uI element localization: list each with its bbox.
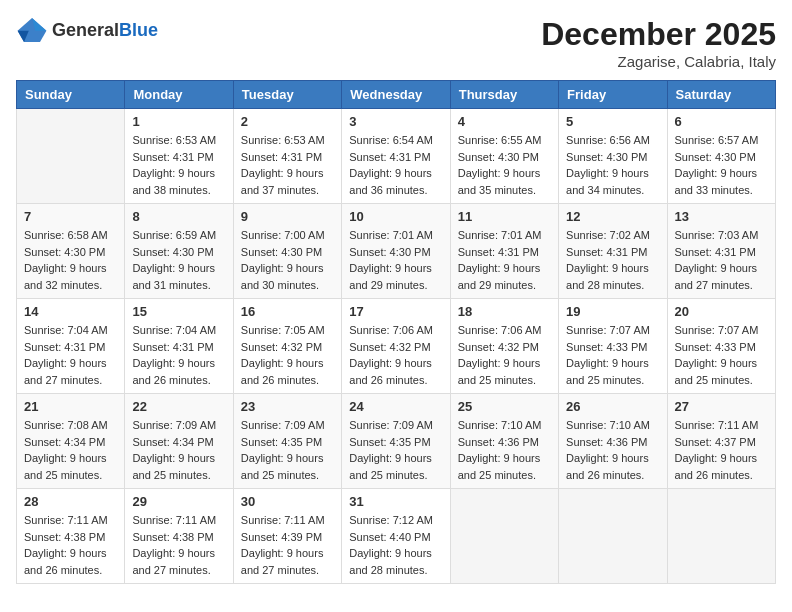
sunrise: Sunrise: 7:12 AM: [349, 512, 442, 529]
sunset: Sunset: 4:32 PM: [458, 339, 551, 356]
calendar-week-1: 7 Sunrise: 6:58 AM Sunset: 4:30 PM Dayli…: [17, 204, 776, 299]
day-info: Sunrise: 7:09 AM Sunset: 4:35 PM Dayligh…: [349, 417, 442, 483]
daylight: Daylight: 9 hours and 25 minutes.: [349, 450, 442, 483]
day-number: 18: [458, 304, 551, 319]
day-info: Sunrise: 7:03 AM Sunset: 4:31 PM Dayligh…: [675, 227, 768, 293]
col-monday: Monday: [125, 81, 233, 109]
calendar-cell: 6 Sunrise: 6:57 AM Sunset: 4:30 PM Dayli…: [667, 109, 775, 204]
sunset: Sunset: 4:30 PM: [349, 244, 442, 261]
sunset: Sunset: 4:38 PM: [132, 529, 225, 546]
day-info: Sunrise: 6:58 AM Sunset: 4:30 PM Dayligh…: [24, 227, 117, 293]
col-sunday: Sunday: [17, 81, 125, 109]
day-info: Sunrise: 6:59 AM Sunset: 4:30 PM Dayligh…: [132, 227, 225, 293]
day-info: Sunrise: 7:09 AM Sunset: 4:35 PM Dayligh…: [241, 417, 334, 483]
calendar-cell: 20 Sunrise: 7:07 AM Sunset: 4:33 PM Dayl…: [667, 299, 775, 394]
col-wednesday: Wednesday: [342, 81, 450, 109]
calendar-cell: 17 Sunrise: 7:06 AM Sunset: 4:32 PM Dayl…: [342, 299, 450, 394]
sunrise: Sunrise: 7:10 AM: [458, 417, 551, 434]
daylight: Daylight: 9 hours and 25 minutes.: [675, 355, 768, 388]
sunrise: Sunrise: 7:11 AM: [675, 417, 768, 434]
calendar-cell: 21 Sunrise: 7:08 AM Sunset: 4:34 PM Dayl…: [17, 394, 125, 489]
calendar-cell: 19 Sunrise: 7:07 AM Sunset: 4:33 PM Dayl…: [559, 299, 667, 394]
sunset: Sunset: 4:38 PM: [24, 529, 117, 546]
sunset: Sunset: 4:30 PM: [241, 244, 334, 261]
header-row: Sunday Monday Tuesday Wednesday Thursday…: [17, 81, 776, 109]
daylight: Daylight: 9 hours and 25 minutes.: [132, 450, 225, 483]
day-info: Sunrise: 6:57 AM Sunset: 4:30 PM Dayligh…: [675, 132, 768, 198]
sunrise: Sunrise: 7:11 AM: [24, 512, 117, 529]
day-info: Sunrise: 7:11 AM Sunset: 4:39 PM Dayligh…: [241, 512, 334, 578]
sunrise: Sunrise: 6:54 AM: [349, 132, 442, 149]
day-number: 8: [132, 209, 225, 224]
day-info: Sunrise: 7:08 AM Sunset: 4:34 PM Dayligh…: [24, 417, 117, 483]
daylight: Daylight: 9 hours and 26 minutes.: [675, 450, 768, 483]
logo-blue: Blue: [119, 20, 158, 40]
day-number: 1: [132, 114, 225, 129]
calendar-cell: 1 Sunrise: 6:53 AM Sunset: 4:31 PM Dayli…: [125, 109, 233, 204]
calendar-cell: [559, 489, 667, 584]
calendar-cell: 9 Sunrise: 7:00 AM Sunset: 4:30 PM Dayli…: [233, 204, 341, 299]
day-number: 25: [458, 399, 551, 414]
calendar-cell: 16 Sunrise: 7:05 AM Sunset: 4:32 PM Dayl…: [233, 299, 341, 394]
sunrise: Sunrise: 7:01 AM: [458, 227, 551, 244]
sunrise: Sunrise: 7:07 AM: [566, 322, 659, 339]
daylight: Daylight: 9 hours and 36 minutes.: [349, 165, 442, 198]
calendar-cell: 28 Sunrise: 7:11 AM Sunset: 4:38 PM Dayl…: [17, 489, 125, 584]
sunset: Sunset: 4:30 PM: [24, 244, 117, 261]
logo: GeneralBlue: [16, 16, 158, 44]
day-info: Sunrise: 7:06 AM Sunset: 4:32 PM Dayligh…: [458, 322, 551, 388]
day-info: Sunrise: 7:06 AM Sunset: 4:32 PM Dayligh…: [349, 322, 442, 388]
daylight: Daylight: 9 hours and 30 minutes.: [241, 260, 334, 293]
daylight: Daylight: 9 hours and 34 minutes.: [566, 165, 659, 198]
sunset: Sunset: 4:31 PM: [132, 339, 225, 356]
logo-general: General: [52, 20, 119, 40]
day-info: Sunrise: 7:04 AM Sunset: 4:31 PM Dayligh…: [132, 322, 225, 388]
calendar-cell: 27 Sunrise: 7:11 AM Sunset: 4:37 PM Dayl…: [667, 394, 775, 489]
calendar-cell: 3 Sunrise: 6:54 AM Sunset: 4:31 PM Dayli…: [342, 109, 450, 204]
day-info: Sunrise: 6:54 AM Sunset: 4:31 PM Dayligh…: [349, 132, 442, 198]
day-number: 5: [566, 114, 659, 129]
day-number: 28: [24, 494, 117, 509]
sunrise: Sunrise: 7:04 AM: [24, 322, 117, 339]
day-number: 2: [241, 114, 334, 129]
daylight: Daylight: 9 hours and 32 minutes.: [24, 260, 117, 293]
sunset: Sunset: 4:32 PM: [241, 339, 334, 356]
day-number: 24: [349, 399, 442, 414]
calendar-cell: 8 Sunrise: 6:59 AM Sunset: 4:30 PM Dayli…: [125, 204, 233, 299]
sunset: Sunset: 4:31 PM: [241, 149, 334, 166]
daylight: Daylight: 9 hours and 27 minutes.: [241, 545, 334, 578]
calendar-cell: 25 Sunrise: 7:10 AM Sunset: 4:36 PM Dayl…: [450, 394, 558, 489]
calendar-cell: 18 Sunrise: 7:06 AM Sunset: 4:32 PM Dayl…: [450, 299, 558, 394]
calendar-cell: 2 Sunrise: 6:53 AM Sunset: 4:31 PM Dayli…: [233, 109, 341, 204]
sunset: Sunset: 4:31 PM: [24, 339, 117, 356]
calendar-cell: 5 Sunrise: 6:56 AM Sunset: 4:30 PM Dayli…: [559, 109, 667, 204]
sunset: Sunset: 4:30 PM: [566, 149, 659, 166]
day-number: 4: [458, 114, 551, 129]
daylight: Daylight: 9 hours and 29 minutes.: [349, 260, 442, 293]
day-info: Sunrise: 7:07 AM Sunset: 4:33 PM Dayligh…: [675, 322, 768, 388]
day-info: Sunrise: 7:11 AM Sunset: 4:37 PM Dayligh…: [675, 417, 768, 483]
calendar-cell: 4 Sunrise: 6:55 AM Sunset: 4:30 PM Dayli…: [450, 109, 558, 204]
daylight: Daylight: 9 hours and 26 minutes.: [349, 355, 442, 388]
day-info: Sunrise: 6:55 AM Sunset: 4:30 PM Dayligh…: [458, 132, 551, 198]
daylight: Daylight: 9 hours and 26 minutes.: [566, 450, 659, 483]
day-info: Sunrise: 6:53 AM Sunset: 4:31 PM Dayligh…: [241, 132, 334, 198]
calendar-week-4: 28 Sunrise: 7:11 AM Sunset: 4:38 PM Dayl…: [17, 489, 776, 584]
daylight: Daylight: 9 hours and 38 minutes.: [132, 165, 225, 198]
day-number: 19: [566, 304, 659, 319]
sunrise: Sunrise: 7:09 AM: [132, 417, 225, 434]
daylight: Daylight: 9 hours and 26 minutes.: [241, 355, 334, 388]
sunset: Sunset: 4:32 PM: [349, 339, 442, 356]
sunrise: Sunrise: 7:06 AM: [458, 322, 551, 339]
sunset: Sunset: 4:31 PM: [132, 149, 225, 166]
day-number: 16: [241, 304, 334, 319]
day-number: 13: [675, 209, 768, 224]
sunset: Sunset: 4:31 PM: [349, 149, 442, 166]
sunrise: Sunrise: 7:05 AM: [241, 322, 334, 339]
calendar-week-2: 14 Sunrise: 7:04 AM Sunset: 4:31 PM Dayl…: [17, 299, 776, 394]
col-tuesday: Tuesday: [233, 81, 341, 109]
calendar-cell: 12 Sunrise: 7:02 AM Sunset: 4:31 PM Dayl…: [559, 204, 667, 299]
sunrise: Sunrise: 7:01 AM: [349, 227, 442, 244]
calendar-cell: 23 Sunrise: 7:09 AM Sunset: 4:35 PM Dayl…: [233, 394, 341, 489]
daylight: Daylight: 9 hours and 29 minutes.: [458, 260, 551, 293]
